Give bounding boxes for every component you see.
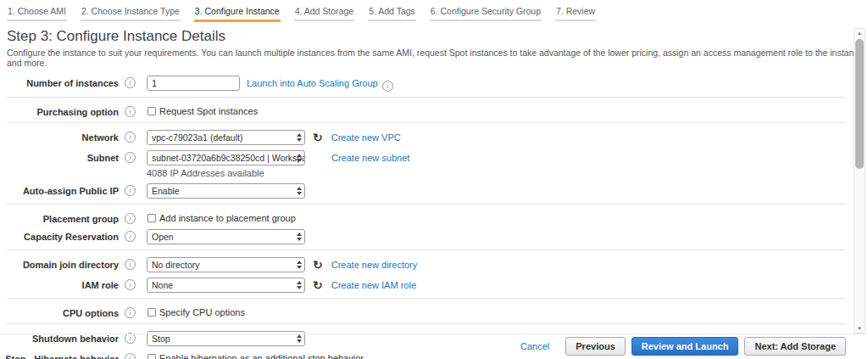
iam-role-create-link[interactable]: Create new IAM role xyxy=(331,278,416,290)
cpu-options-control-area: Specify CPU options xyxy=(147,306,245,317)
tab-3-configure-instance[interactable]: 3. Configure Instance xyxy=(194,4,281,22)
placement-group-info-icon[interactable]: i xyxy=(125,213,136,224)
stop-hibernate-behavior-checkbox-column: Enable hibernation as an additional stop… xyxy=(147,351,364,359)
page-title: Step 3: Configure Instance Details xyxy=(7,28,868,45)
auto-scaling-info-icon[interactable]: i xyxy=(382,81,393,92)
select-arrows-icon xyxy=(297,187,302,195)
placement-group-control-area: Add instance to placement group xyxy=(147,211,296,223)
domain-join-directory-select[interactable]: No directory xyxy=(147,257,305,272)
select-arrows-icon xyxy=(297,334,302,343)
tab-2-choose-instance-type[interactable]: 2. Choose Instance Type xyxy=(81,4,181,21)
tab-4-add-storage[interactable]: 4. Add Storage xyxy=(294,4,354,21)
placement-group-checkbox-column: Add instance to placement group xyxy=(147,211,296,223)
number-of-instances-after-link[interactable]: Launch into Auto Scaling Group xyxy=(247,76,378,88)
section-divider xyxy=(7,97,846,98)
number-of-instances-info-icon[interactable]: i xyxy=(125,77,136,88)
footer-action-bar: Cancel Previous Review and Launch Next: … xyxy=(520,337,846,356)
network-info-icon[interactable]: i xyxy=(125,132,136,143)
subnet-select[interactable]: subnet-03720a6b9c38250cd | Workspaces | … xyxy=(147,150,305,165)
stop-hibernate-behavior-checkbox-wrap: Enable hibernation as an additional stop… xyxy=(147,351,364,359)
capacity-reservation-select-column: Open xyxy=(147,229,305,244)
stop-hibernate-behavior-checkbox[interactable] xyxy=(147,354,156,359)
down-triangle-icon xyxy=(297,339,302,343)
section-divider xyxy=(7,250,846,250)
cpu-options-checkbox-column: Specify CPU options xyxy=(147,306,245,317)
subnet-control-area: subnet-03720a6b9c38250cd | Workspaces | … xyxy=(147,150,409,178)
auto-assign-public-ip-select-column: Enable xyxy=(147,183,305,199)
network-refresh-icon[interactable]: ↻ xyxy=(313,130,323,145)
previous-button[interactable]: Previous xyxy=(565,337,625,356)
cpu-options-checkbox-label: Specify CPU options xyxy=(159,307,245,317)
network-control-area: vpc-c79023a1 (default)↻Create new VPC xyxy=(147,130,401,145)
network-create-link[interactable]: Create new VPC xyxy=(331,130,401,143)
iam-role-control-area: None↻Create new IAM role xyxy=(147,278,416,293)
subnet-helper-text: 4088 IP Addresses available xyxy=(147,168,305,178)
field-label-stop-hibernate-behavior: Stop - Hibernate behavior xyxy=(0,351,119,359)
scrollbar-up-arrow-icon[interactable]: ▲ xyxy=(854,31,865,36)
scrollbar-down-arrow-icon[interactable]: ▼ xyxy=(854,326,865,331)
tab-1-choose-ami[interactable]: 1. Choose AMI xyxy=(7,4,67,21)
iam-role-select[interactable]: None xyxy=(147,278,305,293)
network-select[interactable]: vpc-c79023a1 (default) xyxy=(147,130,305,145)
down-triangle-icon xyxy=(297,286,302,289)
capacity-reservation-select-value: Open xyxy=(152,232,174,242)
purchasing-option-info-icon[interactable]: i xyxy=(125,106,136,117)
field-label-purchasing-option: Purchasing option xyxy=(0,104,119,117)
capacity-reservation-info-icon[interactable]: i xyxy=(125,231,136,242)
field-label-capacity-reservation: Capacity Reservation xyxy=(0,229,119,242)
field-label-network: Network xyxy=(0,130,119,143)
purchasing-option-checkbox[interactable] xyxy=(147,107,156,115)
iam-role-refresh-icon[interactable]: ↻ xyxy=(313,278,323,293)
up-triangle-icon xyxy=(297,233,302,236)
select-arrows-icon xyxy=(297,133,302,142)
field-label-placement-group: Placement group xyxy=(0,211,119,224)
vertical-scrollbar[interactable]: ▲ ▼ xyxy=(854,28,865,334)
form-row-network: Networkivpc-c79023a1 (default)↻Create ne… xyxy=(0,130,868,145)
purchasing-option-checkbox-column: Request Spot instances xyxy=(147,104,258,116)
auto-assign-public-ip-select[interactable]: Enable xyxy=(147,183,305,199)
review-and-launch-button[interactable]: Review and Launch xyxy=(632,337,739,356)
placement-group-checkbox[interactable] xyxy=(147,214,156,222)
down-triangle-icon xyxy=(297,192,302,195)
domain-join-directory-create-link[interactable]: Create new directory xyxy=(331,257,418,270)
network-select-column: vpc-c79023a1 (default) xyxy=(147,130,305,145)
section-divider xyxy=(7,122,846,123)
tab-5-add-tags[interactable]: 5. Add Tags xyxy=(368,4,416,21)
form-row-auto-assign-public-ip: Auto-assign Public IPiEnable xyxy=(0,183,868,199)
auto-assign-public-ip-info-icon[interactable]: i xyxy=(125,185,136,196)
placement-group-checkbox-wrap: Add instance to placement group xyxy=(147,211,296,223)
subnet-info-icon[interactable]: i xyxy=(125,152,136,163)
cancel-link[interactable]: Cancel xyxy=(520,341,549,351)
next-add-storage-button[interactable]: Next: Add Storage xyxy=(744,337,846,356)
footer-divider xyxy=(0,334,868,334)
cpu-options-checkbox[interactable] xyxy=(147,308,156,317)
capacity-reservation-select[interactable]: Open xyxy=(147,229,305,244)
subnet-create-link[interactable]: Create new subnet xyxy=(331,150,409,163)
stop-hibernate-behavior-info-icon[interactable]: i xyxy=(125,353,136,359)
purchasing-option-checkbox-wrap: Request Spot instances xyxy=(147,104,258,116)
iam-role-info-icon[interactable]: i xyxy=(125,279,136,290)
domain-join-directory-control-area: No directory↻Create new directory xyxy=(147,257,417,272)
iam-role-select-column: None xyxy=(147,278,305,293)
select-arrows-icon xyxy=(297,233,302,241)
auto-assign-public-ip-select-value: Enable xyxy=(152,186,180,196)
cpu-options-checkbox-wrap: Specify CPU options xyxy=(147,306,245,317)
field-label-cpu-options: CPU options xyxy=(0,306,119,318)
page-subtitle: Configure the instance to suit your requ… xyxy=(7,48,868,68)
domain-join-directory-refresh-icon[interactable]: ↻ xyxy=(313,257,323,272)
auto-assign-public-ip-control-area: Enable xyxy=(147,183,305,199)
form-row-capacity-reservation: Capacity ReservationiOpen xyxy=(0,229,868,244)
scrollbar-thumb[interactable] xyxy=(855,39,864,169)
up-triangle-icon xyxy=(297,334,302,338)
domain-join-directory-select-column: No directory xyxy=(147,257,305,272)
form-row-purchasing-option: Purchasing optioniRequest Spot instances xyxy=(0,104,868,117)
up-triangle-icon xyxy=(297,154,302,157)
tab-7-review[interactable]: 7. Review xyxy=(555,4,596,21)
domain-join-directory-info-icon[interactable]: i xyxy=(125,259,136,270)
cpu-options-info-icon[interactable]: i xyxy=(125,307,136,318)
tab-6-configure-security-group[interactable]: 6. Configure Security Group xyxy=(430,4,542,21)
field-label-subnet: Subnet xyxy=(0,150,119,163)
form-row-subnet: Subnetisubnet-03720a6b9c38250cd | Worksp… xyxy=(0,150,868,178)
number-of-instances-input[interactable] xyxy=(147,76,240,91)
form-row-number-of-instances: Number of instancesiLaunch into Auto Sca… xyxy=(0,76,868,92)
